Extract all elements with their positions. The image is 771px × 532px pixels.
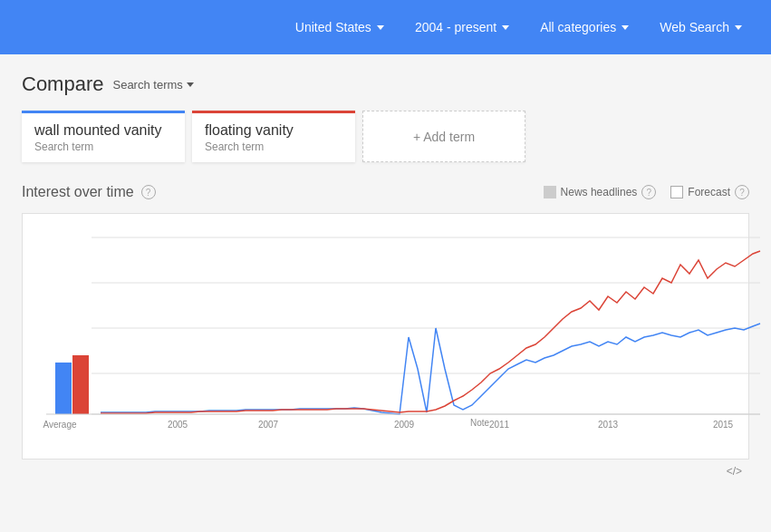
term1-text: wall mounted vanity: [34, 122, 172, 139]
forecast-help-icon[interactable]: ?: [735, 185, 749, 199]
news-headlines-label: News headlines: [561, 186, 638, 198]
add-term-label: + Add term: [413, 130, 475, 144]
region-selector[interactable]: United States: [284, 13, 395, 42]
region-chevron-icon: [377, 25, 384, 30]
x-label-2013: 2013: [598, 420, 619, 430]
forecast-checkbox[interactable]: [670, 186, 683, 198]
region-label: United States: [295, 20, 371, 34]
section-help-icon[interactable]: ?: [141, 185, 156, 199]
header: United States 2004 - present All categor…: [0, 0, 771, 54]
search-terms-chevron-icon: [187, 82, 194, 87]
terms-row: wall mounted vanity Search term floating…: [22, 111, 749, 162]
period-label: 2004 - present: [415, 20, 496, 34]
source-label: Web Search: [660, 20, 729, 34]
x-label-2007: 2007: [258, 420, 279, 430]
period-selector[interactable]: 2004 - present: [404, 13, 520, 42]
chart-svg-wrapper: Note Average 2005 2007 2009 2011 2013 20…: [37, 228, 734, 450]
x-label-avg: Average: [43, 420, 77, 430]
chart-svg: Note Average 2005 2007 2009 2011 2013 20…: [37, 228, 765, 446]
news-headlines-option[interactable]: News headlines ?: [544, 185, 657, 199]
news-color-box: [544, 186, 556, 198]
categories-chevron-icon: [622, 25, 629, 30]
section-options: News headlines ? Forecast ?: [544, 185, 749, 199]
term2-sub: Search term: [205, 140, 342, 153]
term1-sub: Search term: [34, 140, 172, 153]
compare-header: Compare Search terms: [22, 73, 749, 96]
embed-button[interactable]: </>: [727, 465, 742, 478]
search-terms-label: Search terms: [112, 78, 182, 92]
search-terms-dropdown[interactable]: Search terms: [112, 78, 193, 92]
term-card-2[interactable]: floating vanity Search term: [192, 111, 355, 162]
compare-title: Compare: [22, 73, 103, 96]
embed-icon: </>: [727, 465, 742, 478]
note-text: Note: [470, 418, 490, 428]
x-label-2011: 2011: [489, 420, 510, 430]
categories-label: All categories: [540, 20, 616, 34]
source-selector[interactable]: Web Search: [649, 13, 753, 42]
section-header: Interest over time ? News headlines ? Fo…: [22, 184, 749, 200]
avg-bar-red: [72, 355, 89, 414]
period-chevron-icon: [502, 25, 509, 30]
avg-bar-blue: [55, 363, 72, 414]
blue-line: [101, 324, 760, 414]
add-term-card[interactable]: + Add term: [362, 111, 525, 162]
term-card-1[interactable]: wall mounted vanity Search term: [22, 111, 185, 162]
main-content: Compare Search terms wall mounted vanity…: [0, 54, 771, 498]
x-label-2015: 2015: [713, 420, 734, 430]
source-chevron-icon: [735, 25, 742, 30]
x-label-2005: 2005: [168, 420, 188, 430]
forecast-option[interactable]: Forecast ?: [670, 185, 749, 199]
chart-container: Note Average 2005 2007 2009 2011 2013 20…: [22, 213, 749, 459]
section-title: Interest over time: [22, 184, 134, 200]
forecast-label: Forecast: [688, 186, 730, 198]
categories-selector[interactable]: All categories: [529, 13, 640, 42]
x-label-2009: 2009: [394, 420, 415, 430]
red-line: [101, 251, 760, 413]
term2-text: floating vanity: [205, 122, 342, 139]
embed-row: </>: [22, 459, 749, 479]
news-help-icon[interactable]: ?: [641, 185, 656, 199]
